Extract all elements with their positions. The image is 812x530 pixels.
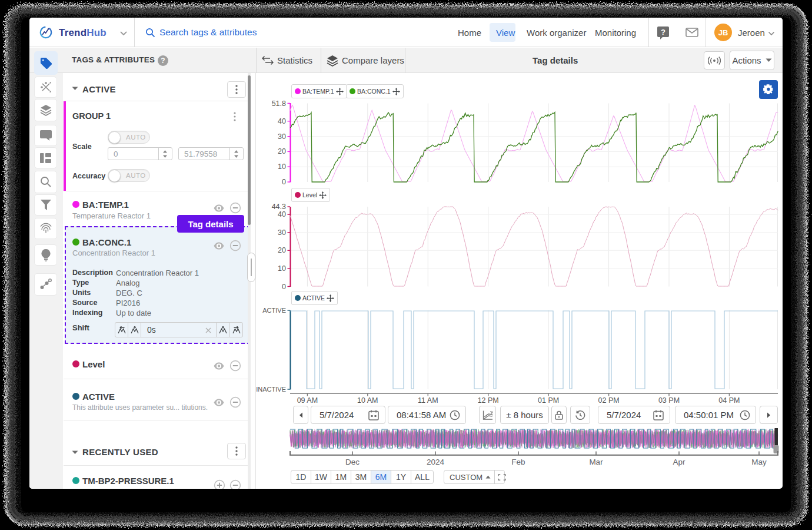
svg-text:11 AM: 11 AM <box>418 396 438 405</box>
svg-text:10: 10 <box>278 163 286 171</box>
svg-text:Apr: Apr <box>673 458 685 466</box>
svg-text:0: 0 <box>282 178 286 186</box>
svg-text:20: 20 <box>278 147 286 155</box>
svg-text:May: May <box>751 458 767 466</box>
svg-text:Mar: Mar <box>589 458 603 466</box>
svg-text:30: 30 <box>278 132 286 141</box>
svg-text:10: 10 <box>278 264 286 273</box>
svg-text:51.8: 51.8 <box>272 100 286 108</box>
svg-text:40: 40 <box>278 117 286 125</box>
svg-text:INACTIVE: INACTIVE <box>256 386 286 393</box>
svg-text:0: 0 <box>282 283 286 291</box>
svg-text:2024: 2024 <box>427 458 445 466</box>
svg-text:40: 40 <box>278 210 286 218</box>
svg-text:20: 20 <box>278 246 286 254</box>
svg-text:01 PM: 01 PM <box>538 396 559 405</box>
svg-text:02 PM: 02 PM <box>598 396 620 405</box>
svg-text:ACTIVE: ACTIVE <box>262 307 286 314</box>
svg-text:30: 30 <box>278 228 286 237</box>
svg-text:12 PM: 12 PM <box>478 396 499 405</box>
svg-text:44.3: 44.3 <box>272 203 286 211</box>
svg-text:04 PM: 04 PM <box>718 396 740 405</box>
svg-text:?: ? <box>661 28 665 37</box>
svg-text:Dec: Dec <box>345 458 360 466</box>
svg-text:10 AM: 10 AM <box>357 396 378 405</box>
svg-text:09 AM: 09 AM <box>297 396 318 405</box>
svg-text:03 PM: 03 PM <box>658 396 680 405</box>
svg-text:Feb: Feb <box>511 458 525 466</box>
